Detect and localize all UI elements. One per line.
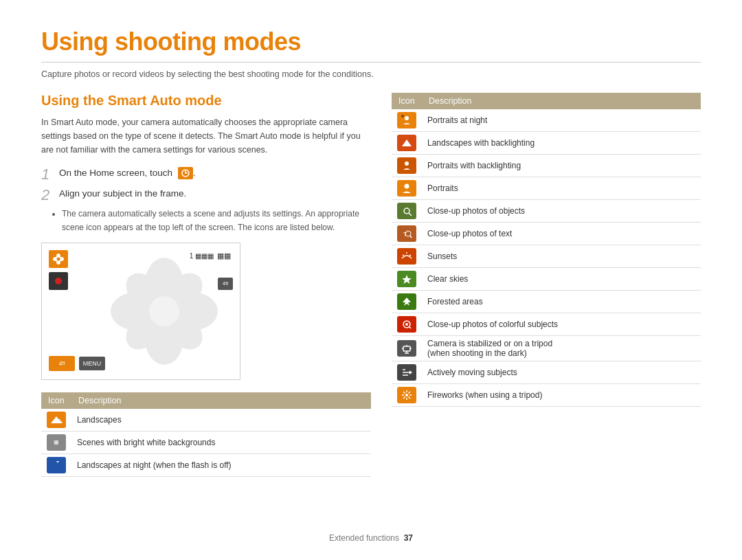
colorful-closeup-icon — [397, 316, 416, 333]
svg-line-29 — [403, 255, 404, 256]
camera-preview: 1 ▦▦▦ ▦▦ 4ft — [41, 243, 240, 380]
svg-point-18 — [405, 116, 409, 120]
table-cell-icon: T — [392, 223, 422, 245]
clear-skies-icon — [397, 271, 416, 287]
closeup-objects-icon — [397, 203, 416, 219]
table-row: ▦ Scenes with bright white backgrounds — [41, 431, 371, 453]
table-cell-desc: Landscapes — [71, 409, 371, 432]
table-row: Sunsets — [392, 245, 701, 268]
table-cell-icon — [392, 291, 422, 313]
table-cell-icon — [392, 361, 422, 384]
table-row: Camera is stabilized or on a tripodCamer… — [392, 336, 701, 361]
cam-left-icons — [49, 250, 68, 290]
footer-text: Extended functions — [329, 533, 399, 543]
table-cell-desc: Close-up photos of objects — [422, 200, 701, 223]
title-rule — [41, 62, 701, 63]
table-row: Actively moving subjects — [392, 361, 701, 384]
landscape-backlight-icon — [397, 135, 416, 151]
table-cell-icon — [392, 336, 422, 361]
step-2-text: Align your subject in the frame. — [59, 187, 186, 201]
svg-point-23 — [404, 208, 409, 214]
table-cell-icon — [392, 200, 422, 223]
svg-line-30 — [409, 255, 411, 256]
table-cell-icon — [392, 384, 422, 407]
footer: Extended functions 37 — [0, 533, 742, 543]
svg-line-24 — [409, 213, 412, 216]
bright-bg-icon: ▦ — [47, 434, 66, 451]
moving-subjects-icon — [397, 364, 416, 381]
table-cell-desc: Landscapes at night (when the flash is o… — [71, 453, 371, 476]
svg-marker-31 — [402, 275, 412, 284]
table-row: Landscapes with backlighting — [392, 132, 701, 155]
bullet-list: The camera automatically selects a scene… — [62, 208, 371, 234]
step-1-number: 1 — [41, 166, 54, 183]
night-landscape-icon — [47, 457, 66, 473]
right-table-header-desc: Description — [422, 93, 701, 109]
svg-line-27 — [410, 236, 412, 238]
cam-right-4ft: 4ft — [218, 278, 233, 290]
table-cell-icon — [392, 313, 422, 336]
table-cell-icon — [392, 245, 422, 268]
table-cell-desc: Forested areas — [422, 291, 701, 313]
table-row: Portraits at night — [392, 109, 701, 132]
table-cell-icon — [392, 109, 422, 132]
cam-icon-record — [49, 272, 68, 290]
portraits-icon — [397, 180, 416, 197]
forested-icon — [397, 293, 416, 310]
page-title: Using shooting modes — [41, 27, 701, 56]
table-cell-desc: Close-up photos of colorful subjects — [422, 313, 701, 336]
cam-4ft-bottom: 4ft — [49, 356, 75, 371]
svg-point-21 — [405, 161, 409, 166]
table-cell-desc: Portraits — [422, 177, 701, 200]
cam-menu-btn: MENU — [79, 357, 105, 370]
table-cell-desc: Close-up photos of text — [422, 223, 701, 245]
svg-point-35 — [405, 323, 408, 326]
fireworks-icon — [397, 387, 416, 403]
portraits-night-icon — [397, 112, 416, 128]
step-1: 1 On the Home screen, touch . — [41, 166, 371, 183]
cam-bottom-row: 4ft MENU — [49, 356, 105, 371]
landscape-icon — [47, 412, 66, 428]
svg-marker-20 — [402, 139, 412, 146]
table-cell-desc: Camera is stabilized or on a tripodCamer… — [422, 336, 701, 361]
svg-point-6 — [55, 278, 62, 284]
table-row: T Close-up photos of text — [392, 223, 701, 245]
table-cell-icon — [41, 409, 71, 432]
table-row: Fireworks (when using a tripod) — [392, 384, 701, 407]
table-cell-desc: Clear skies — [422, 268, 701, 291]
table-cell-desc: Fireworks (when using a tripod) — [422, 384, 701, 407]
content-wrapper: Using the Smart Auto mode In Smart Auto … — [41, 93, 701, 477]
page-number: 37 — [404, 533, 413, 543]
cam-flower-preview — [109, 257, 219, 366]
svg-line-34 — [409, 327, 412, 329]
left-table-header-desc: Description — [71, 392, 371, 409]
closeup-text-icon: T — [397, 225, 416, 242]
stabilized-icon — [397, 340, 416, 357]
table-cell-desc: Landscapes with backlighting — [422, 132, 701, 155]
right-table-header-icon: Icon — [392, 93, 422, 109]
svg-point-5 — [57, 257, 60, 260]
svg-point-22 — [405, 184, 409, 189]
table-row: Landscapes — [41, 409, 371, 432]
left-icon-table: Icon Description Landscapes — [41, 392, 371, 477]
table-row: Close-up photos of colorful subjects — [392, 313, 701, 336]
step-2: 2 Align your subject in the frame. — [41, 187, 371, 203]
table-cell-desc: Scenes with bright white backgrounds — [71, 431, 371, 453]
svg-rect-36 — [403, 346, 410, 351]
section-title: Using the Smart Auto mode — [41, 93, 371, 109]
svg-line-51 — [403, 392, 405, 394]
left-column: Using the Smart Auto mode In Smart Auto … — [41, 93, 371, 477]
table-cell-icon: ▦ — [41, 431, 71, 453]
table-cell-icon — [392, 268, 422, 291]
left-table-header-icon: Icon — [41, 392, 71, 409]
cam-icon-flower — [49, 250, 68, 268]
bullet-item: The camera automatically selects a scene… — [62, 208, 371, 234]
table-cell-icon — [392, 177, 422, 200]
table-cell-icon — [41, 453, 71, 476]
step-1-text: On the Home screen, touch . — [59, 166, 196, 180]
svg-marker-45 — [409, 370, 412, 374]
right-column: Icon Description — [392, 93, 701, 477]
svg-point-15 — [149, 296, 179, 326]
subtitle: Capture photos or record videos by selec… — [41, 69, 701, 79]
portrait-backlight-icon — [397, 157, 416, 174]
